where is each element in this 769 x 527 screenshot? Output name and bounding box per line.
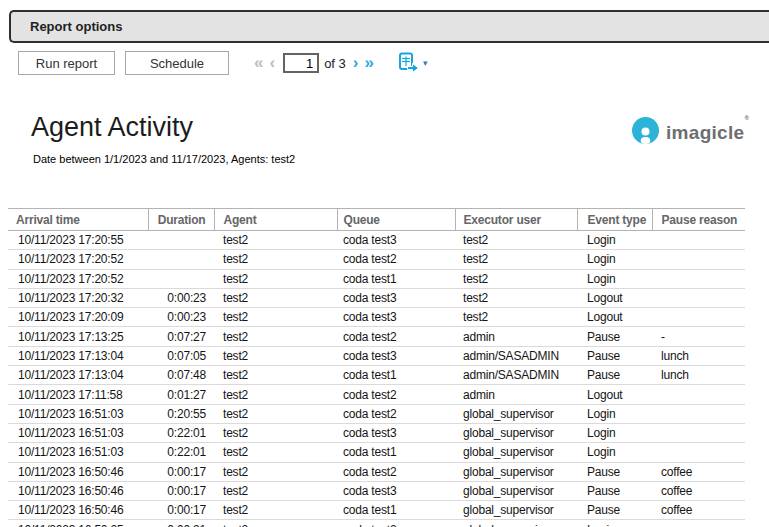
column-header-duration: Duration bbox=[148, 209, 214, 231]
cell-event-type: Login bbox=[577, 423, 652, 442]
cell-pause-reason bbox=[652, 443, 745, 462]
cell-pause-reason: lunch bbox=[652, 366, 745, 385]
cell-duration: 0:07:48 bbox=[148, 366, 214, 385]
table-row: 10/11/2023 17:20:09 0:00:23 test2 coda t… bbox=[8, 308, 745, 327]
cell-queue: coda test1 bbox=[337, 366, 455, 385]
cell-executor-user: admin bbox=[455, 327, 577, 346]
cell-pause-reason: coffee bbox=[652, 501, 745, 520]
last-page-icon[interactable]: » bbox=[365, 53, 374, 73]
table-header-row: Arrival time Duration Agent Queue Execut… bbox=[8, 209, 745, 231]
table-row: 10/11/2023 16:51:03 0:22:01 test2 coda t… bbox=[8, 423, 745, 442]
cell-agent: test2 bbox=[214, 269, 337, 288]
cell-pause-reason: coffee bbox=[652, 481, 745, 500]
cell-arrival-time: 10/11/2023 16:50:25 bbox=[8, 520, 148, 527]
cell-arrival-time: 10/11/2023 16:50:46 bbox=[8, 481, 148, 500]
cell-arrival-time: 10/11/2023 16:51:03 bbox=[8, 423, 148, 442]
cell-executor-user: global_supervisor bbox=[455, 520, 577, 527]
table-row: 10/11/2023 16:50:25 0:00:21 test2 coda t… bbox=[8, 520, 745, 527]
table-row: 10/11/2023 17:20:55 test2 coda test3 tes… bbox=[8, 231, 745, 250]
next-page-icon[interactable]: › bbox=[353, 53, 359, 73]
run-report-button[interactable]: Run report bbox=[18, 51, 115, 75]
cell-event-type: Pause bbox=[577, 481, 652, 500]
table-row: 10/11/2023 16:50:46 0:00:17 test2 coda t… bbox=[8, 462, 745, 481]
cell-arrival-time: 10/11/2023 17:20:52 bbox=[8, 250, 148, 269]
page-number-input[interactable] bbox=[283, 53, 319, 73]
cell-executor-user: test2 bbox=[455, 288, 577, 307]
cell-arrival-time: 10/11/2023 17:13:04 bbox=[8, 366, 148, 385]
table-body: 10/11/2023 17:20:55 test2 coda test3 tes… bbox=[8, 231, 745, 527]
cell-agent: test2 bbox=[214, 501, 337, 520]
table-row: 10/11/2023 17:20:32 0:00:23 test2 coda t… bbox=[8, 288, 745, 307]
cell-executor-user: global_supervisor bbox=[455, 423, 577, 442]
cell-event-type: Pause bbox=[577, 327, 652, 346]
cell-pause-reason bbox=[652, 269, 745, 288]
cell-pause-reason: coffee bbox=[652, 462, 745, 481]
cell-executor-user: admin/SASADMIN bbox=[455, 346, 577, 365]
cell-agent: test2 bbox=[214, 481, 337, 500]
cell-pause-reason bbox=[652, 288, 745, 307]
cell-duration: 0:00:17 bbox=[148, 481, 214, 500]
table-row: 10/11/2023 17:13:04 0:07:05 test2 coda t… bbox=[8, 346, 745, 365]
cell-duration: 0:00:17 bbox=[148, 501, 214, 520]
cell-event-type: Login bbox=[577, 520, 652, 527]
cell-agent: test2 bbox=[214, 443, 337, 462]
cell-event-type: Logout bbox=[577, 288, 652, 307]
cell-arrival-time: 10/11/2023 17:20:52 bbox=[8, 269, 148, 288]
column-header-agent: Agent bbox=[214, 209, 337, 231]
table-row: 10/11/2023 16:50:46 0:00:17 test2 coda t… bbox=[8, 481, 745, 500]
cell-duration: 0:07:05 bbox=[148, 346, 214, 365]
report-options-header[interactable]: Report options bbox=[9, 10, 769, 43]
export-report-button[interactable]: ▾ bbox=[397, 52, 428, 75]
cell-agent: test2 bbox=[214, 250, 337, 269]
cell-pause-reason bbox=[652, 250, 745, 269]
cell-duration: 0:00:23 bbox=[148, 308, 214, 327]
cell-arrival-time: 10/11/2023 17:13:25 bbox=[8, 327, 148, 346]
cell-duration: 0:20:55 bbox=[148, 404, 214, 423]
table-row: 10/11/2023 17:11:58 0:01:27 test2 coda t… bbox=[8, 385, 745, 404]
cell-agent: test2 bbox=[214, 520, 337, 527]
cell-duration: 0:00:17 bbox=[148, 462, 214, 481]
cell-pause-reason bbox=[652, 385, 745, 404]
cell-executor-user: global_supervisor bbox=[455, 443, 577, 462]
registered-trademark-mark: ® bbox=[744, 115, 749, 121]
cell-executor-user: test2 bbox=[455, 231, 577, 250]
schedule-button[interactable]: Schedule bbox=[125, 51, 229, 75]
cell-duration: 0:01:27 bbox=[148, 385, 214, 404]
cell-arrival-time: 10/11/2023 17:20:09 bbox=[8, 308, 148, 327]
cell-duration bbox=[148, 269, 214, 288]
imagicle-logo: imagicle® bbox=[632, 117, 749, 148]
cell-arrival-time: 10/11/2023 17:20:32 bbox=[8, 288, 148, 307]
cell-arrival-time: 10/11/2023 17:20:55 bbox=[8, 231, 148, 250]
cell-agent: test2 bbox=[214, 404, 337, 423]
column-header-event-type: Event type bbox=[577, 209, 652, 231]
cell-event-type: Pause bbox=[577, 462, 652, 481]
cell-executor-user: test2 bbox=[455, 250, 577, 269]
table-row: 10/11/2023 16:51:03 0:20:55 test2 coda t… bbox=[8, 404, 745, 423]
first-page-icon[interactable]: « bbox=[254, 53, 263, 73]
cell-duration: 0:00:23 bbox=[148, 288, 214, 307]
cell-event-type: Login bbox=[577, 443, 652, 462]
cell-duration bbox=[148, 250, 214, 269]
cell-arrival-time: 10/11/2023 16:51:03 bbox=[8, 404, 148, 423]
cell-queue: coda test3 bbox=[337, 481, 455, 500]
table-row: 10/11/2023 17:13:25 0:07:27 test2 coda t… bbox=[8, 327, 745, 346]
cell-pause-reason: lunch bbox=[652, 346, 745, 365]
cell-queue: coda test2 bbox=[337, 250, 455, 269]
cell-executor-user: admin bbox=[455, 385, 577, 404]
cell-event-type: Pause bbox=[577, 346, 652, 365]
cell-queue: coda test1 bbox=[337, 443, 455, 462]
cell-arrival-time: 10/11/2023 16:51:03 bbox=[8, 443, 148, 462]
cell-event-type: Logout bbox=[577, 308, 652, 327]
cell-pause-reason bbox=[652, 423, 745, 442]
table-row: 10/11/2023 17:20:52 test2 coda test2 tes… bbox=[8, 250, 745, 269]
table-row: 10/11/2023 16:51:03 0:22:01 test2 coda t… bbox=[8, 443, 745, 462]
column-header-executor-user: Executor user bbox=[455, 209, 577, 231]
export-report-icon bbox=[397, 52, 419, 75]
cell-duration bbox=[148, 231, 214, 250]
cell-queue: coda test3 bbox=[337, 346, 455, 365]
cell-queue: coda test3 bbox=[337, 288, 455, 307]
cell-duration: 0:07:27 bbox=[148, 327, 214, 346]
cell-queue: coda test2 bbox=[337, 462, 455, 481]
cell-pause-reason bbox=[652, 308, 745, 327]
previous-page-icon[interactable]: ‹ bbox=[269, 53, 275, 73]
